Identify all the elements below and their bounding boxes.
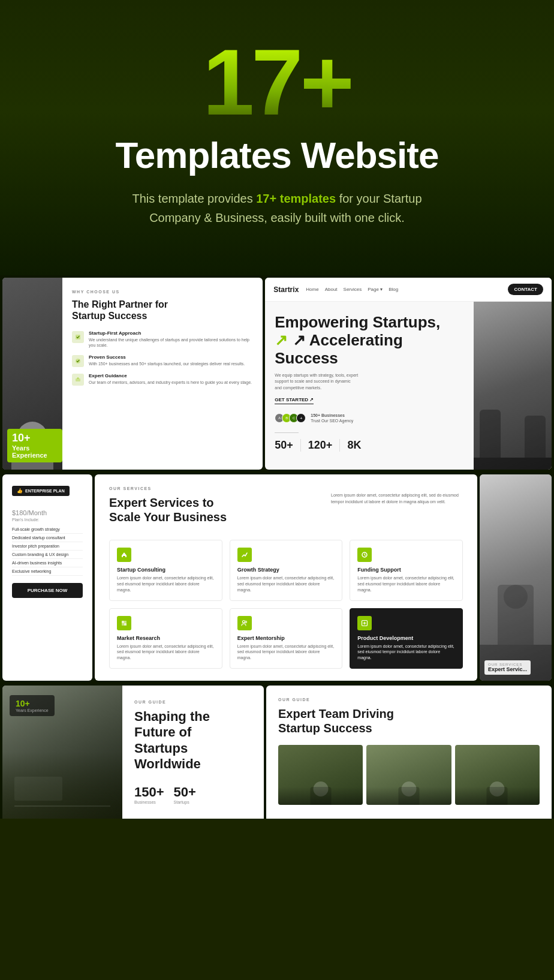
our-services-mini-title: Expert Servic... [488,666,527,672]
hero-description: This template provides 17+ templates for… [109,189,445,227]
shaping-overlay-badge: 10+ Years Experience [10,695,55,716]
service-item-2: Growth Strategy Lorem ipsum dolor amet, … [230,540,343,600]
pricing-feature-3: Investor pitch preparation [12,542,83,551]
template-card-why-choose-us: 10+ Years Experience WHY CHOOSE US The R… [2,278,263,470]
our-services-mini: OUR SERVICES Expert Servic... [484,660,531,675]
card-photo-col: 10+ Years Experience [2,278,62,470]
service-item-4: Market Research Lorem ipsum dolor amet, … [109,608,222,669]
heading-line1: The Right Partner for [72,299,168,309]
services-header: OUR SERVICES Expert Services to Scale Yo… [109,486,463,528]
team-member-2 [366,745,451,805]
startrix-nav: Startrix Home About Services Page ▾ Blog… [265,278,552,302]
social-proof-text: 150+ Businesses Trust Our SEO Agency [311,413,353,423]
hero-desc-part1: This template provides [132,192,256,205]
pricing-btn[interactable]: PURCHASE NOW [12,583,83,598]
services-desc: Lorem ipsum dolor amet, consectetur adip… [331,486,463,505]
service-icon-funding [357,548,372,562]
shaping-stats: 150+ Businesses 50+ Startups [134,784,252,804]
stat-2: 120+ [301,439,341,452]
pricing-features-list: Full-scale growth strategy Dedicated sta… [12,525,83,576]
hero-section: 17+ Templates Website This template prov… [0,0,554,275]
svg-rect-6 [124,621,127,623]
template-card-startrix: Startrix Home About Services Page ▾ Blog… [265,278,552,470]
shaping-photo: 10+ Years Experience [2,686,122,819]
pricing-feature-2: Dedicated startup consultant [12,534,83,542]
services-card: OUR SERVICES Expert Services to Scale Yo… [95,474,477,681]
row3: 10+ Years Experience OUR GUIDE Shaping t… [0,683,554,819]
templates-grid: 10+ Years Experience WHY CHOOSE US The R… [0,275,554,818]
pricing-price: $180/Month [12,502,83,518]
svg-rect-8 [124,623,127,626]
startrix-logo: Startrix [273,285,299,294]
pricing-includes-label: Plan's Include: [12,518,83,522]
pricing-feature-5: AI-driven business insights [12,559,83,567]
team-photos-row [278,745,540,805]
feature-icon-2 [72,355,84,367]
card-shaping: 10+ Years Experience OUR GUIDE Shaping t… [2,686,264,819]
experience-badge: 10+ Years Experience [7,429,62,462]
card-team-photo-side: OUR SERVICES Expert Servic... [480,474,552,681]
svg-point-3 [77,377,79,379]
feature-item-1: Startup-First Approach We understand the… [72,330,253,349]
feature-item-2: Proven Success With 150+ businesses and … [72,354,253,367]
experience-label: Years Experience [12,444,47,459]
stats-row: 50+ 120+ 8K [275,439,464,452]
services-heading-block: OUR SERVICES Expert Services to Scale Yo… [109,486,227,528]
services-grid: Startup Consulting Lorem ipsum dolor ame… [109,540,463,669]
feature-text-1: Startup-First Approach We understand the… [89,330,253,349]
services-label: OUR SERVICES [109,486,227,491]
svg-rect-5 [122,621,124,623]
service-icon-product [357,616,372,630]
pricing-plan-label: 👍 ENTERPRISE PLAN [12,486,70,496]
service-item-3: Funding Support Lorem ipsum dolor amet, … [350,540,463,600]
pricing-feature-1: Full-scale growth strategy [12,525,83,534]
service-item-5: Expert Mentorship Lorem ipsum dolor amet… [230,608,343,669]
card-expert-team: OUR GUIDE Expert Team Driving Startup Su… [266,686,552,819]
startrix-photo-col [474,302,552,470]
service-icon-growth [237,548,252,562]
shaping-label: OUR GUIDE [134,700,252,704]
features-list: Startup-First Approach We understand the… [72,330,253,386]
svg-rect-7 [122,623,124,626]
svg-point-10 [245,621,246,623]
card-content: WHY CHOOSE US The Right Partner for Star… [62,278,263,470]
feature-text-2: Proven Success With 150+ businesses and … [89,354,245,367]
divider [275,432,299,433]
experience-years: 10+ [12,432,58,444]
startrix-cta-btn[interactable]: CONTACT [508,284,543,295]
startrix-nav-links: Home About Services Page ▾ Blog [306,287,501,292]
heading-line2: Startup Success [72,311,147,321]
avatar-plus: + [296,413,306,423]
service-icon-consulting [117,548,131,562]
startrix-get-started[interactable]: GET STARTED ↗ [275,397,314,404]
row2: 👍 ENTERPRISE PLAN $180/Month Plan's Incl… [0,472,554,683]
stat-3: 8K [340,439,361,452]
team-member-1 [278,745,363,805]
startrix-tagline: Empowering Startups, ↗ ↗ Accelerating Su… [275,314,464,368]
card-heading: The Right Partner for Startup Success [72,299,253,321]
pricing-card: 👍 ENTERPRISE PLAN $180/Month Plan's Incl… [2,474,92,681]
service-icon-mentorship [237,616,252,630]
pricing-feature-6: Exclusive networking [12,567,83,576]
hero-title: Templates Website [24,135,530,176]
feature-icon-1 [72,331,84,343]
feature-icon-3 [72,374,84,386]
shaping-heading: Shaping the Future of Startups Worldwide [134,709,252,772]
hero-highlight: 17+ templates [256,192,336,205]
feature-text-3: Expert Guidance Our team of mentors, adv… [89,373,252,386]
service-icon-research [117,616,131,630]
shaping-stat-1: 150+ Businesses [134,784,164,804]
why-label: WHY CHOOSE US [72,290,253,294]
shaping-stat-2: 50+ Startups [174,784,196,804]
hero-number: 17+ [24,36,530,129]
service-item-6: Product Development Lorem ipsum dolor am… [350,608,463,669]
pricing-feature-4: Custom branding & UX design [12,551,83,559]
startrix-social-proof: A B C + 150+ Businesses Trust Our SEO Ag… [275,413,464,423]
stat-1: 50+ [275,439,301,452]
team-member-3 [455,745,540,805]
feature-item-3: Expert Guidance Our team of mentors, adv… [72,373,253,386]
team-heading: Expert Team Driving Startup Success [278,707,540,735]
avatars-row: A B C + [275,413,306,423]
svg-point-9 [242,620,245,623]
service-item-1: Startup Consulting Lorem ipsum dolor ame… [109,540,222,600]
